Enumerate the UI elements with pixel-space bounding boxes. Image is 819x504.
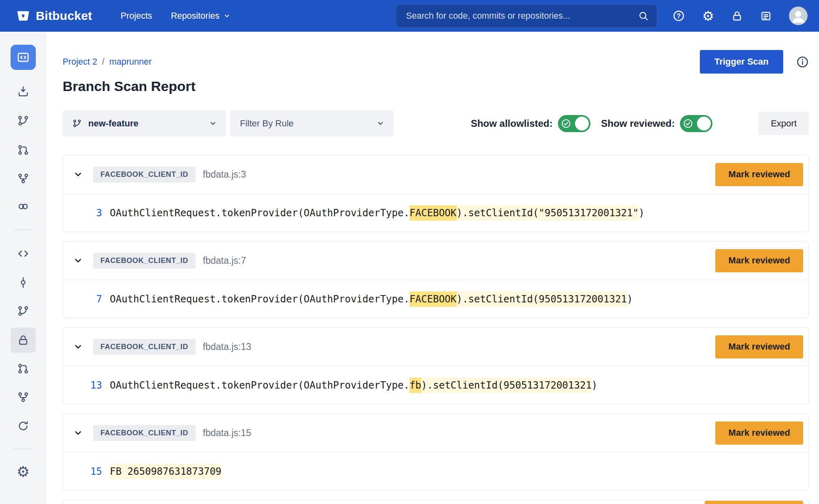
branch-selector-dropdown[interactable]: new-feature bbox=[63, 110, 226, 137]
search-input[interactable] bbox=[406, 11, 638, 21]
main-content: Project 2 / maprunner Trigger Scan Branc… bbox=[46, 32, 819, 504]
sidebar-item-source[interactable] bbox=[14, 245, 32, 263]
rule-badge: FACEBOOK_CLIENT_ID bbox=[93, 339, 196, 355]
finding-location: fbdata.js:3 bbox=[203, 169, 246, 180]
sidebar-item-pull-requests[interactable] bbox=[14, 360, 32, 378]
rule-badge: FACEBOOK_CLIENT_ID bbox=[93, 167, 196, 182]
sidebar-item-create-pull-request[interactable] bbox=[14, 141, 32, 159]
code-text: OAuthClientRequest.tokenProvider(OAuthPr… bbox=[110, 380, 597, 391]
toggle-group: Show allowlisted: Show reviewed: bbox=[471, 115, 713, 132]
sidebar-divider bbox=[14, 449, 33, 449]
deployments-icon bbox=[17, 391, 29, 403]
global-search[interactable] bbox=[396, 4, 657, 28]
help-icon[interactable]: ? bbox=[673, 10, 685, 22]
collapse-chevron-icon[interactable] bbox=[73, 169, 83, 180]
sidebar-item-security-scan[interactable] bbox=[11, 328, 36, 353]
finding-header: FACEBOOK_CLIENT_ID fbdata.js:13 Mark rev… bbox=[63, 328, 808, 366]
code-line-row: 13 OAuthClientRequest.tokenProvider(OAut… bbox=[63, 366, 808, 404]
toggle-knob bbox=[697, 117, 711, 130]
fork-icon bbox=[17, 172, 29, 185]
toggle-knob bbox=[575, 117, 589, 130]
code-text: OAuthClientRequest.tokenProvider(OAuthPr… bbox=[110, 293, 633, 305]
sidebar-item-clone[interactable] bbox=[14, 83, 32, 100]
show-allowlisted-label: Show allowlisted: bbox=[471, 118, 553, 129]
collapse-chevron-icon[interactable] bbox=[73, 341, 83, 352]
mark-reviewed-button[interactable]: Mark reviewed bbox=[715, 335, 803, 358]
page-header: Project 2 / maprunner Trigger Scan bbox=[63, 50, 809, 74]
mark-reviewed-button[interactable] bbox=[705, 501, 803, 504]
sidebar: ⚙ bbox=[0, 32, 46, 504]
nav-item-repositories[interactable]: Repositories bbox=[171, 11, 231, 21]
finding-header: FACEBOOK_CLIENT_ID fbdata.js:7 Mark revi… bbox=[63, 241, 808, 280]
sidebar-item-compare[interactable] bbox=[14, 169, 32, 187]
finding-header: FACEBOOK_CLIENT_ID fbdata.js:15 Mark rev… bbox=[63, 414, 808, 452]
pull-request-icon bbox=[17, 144, 29, 156]
changelog-icon[interactable] bbox=[760, 10, 772, 22]
code-line-row: 7 OAuthClientRequest.tokenProvider(OAuth… bbox=[63, 280, 808, 318]
code-text: OAuthClientRequest.tokenProvider(OAuthPr… bbox=[110, 207, 645, 219]
pipelines-icon bbox=[17, 200, 29, 213]
repository-avatar[interactable] bbox=[11, 45, 36, 70]
trigger-scan-button[interactable]: Trigger Scan bbox=[700, 50, 783, 74]
export-button[interactable]: Export bbox=[758, 112, 809, 135]
info-icon[interactable] bbox=[796, 56, 809, 68]
sidebar-item-builds[interactable] bbox=[14, 417, 32, 435]
nav-item-label: Repositories bbox=[171, 11, 220, 21]
collapse-chevron-icon[interactable] bbox=[73, 255, 83, 266]
rule-filter-dropdown[interactable]: Filter By Rule bbox=[230, 110, 394, 137]
code-line-row: 15 FB 2650987631873709 bbox=[63, 452, 808, 490]
nav-item-projects[interactable]: Projects bbox=[121, 11, 152, 21]
finding-location: fbdata.js:13 bbox=[203, 341, 251, 352]
breadcrumb-separator: / bbox=[102, 57, 105, 67]
commits-icon bbox=[17, 276, 29, 289]
show-reviewed-label: Show reviewed: bbox=[601, 118, 675, 129]
check-icon bbox=[683, 119, 693, 128]
admin-lock-icon[interactable] bbox=[731, 10, 743, 22]
line-number: 7 bbox=[63, 293, 102, 305]
breadcrumb-project-link[interactable]: Project 2 bbox=[63, 57, 97, 67]
sidebar-item-deployments[interactable] bbox=[14, 388, 32, 406]
code-line-row: 3 OAuthClientRequest.tokenProvider(OAuth… bbox=[63, 193, 808, 232]
finding-card: FACEBOOK_CLIENT_ID fbdata.js:13 Mark rev… bbox=[63, 327, 809, 404]
mark-reviewed-button[interactable]: Mark reviewed bbox=[715, 163, 803, 186]
branch-icon bbox=[72, 119, 82, 128]
branch-icon bbox=[17, 115, 29, 127]
pull-request-icon bbox=[17, 363, 29, 375]
mark-reviewed-button[interactable]: Mark reviewed bbox=[715, 421, 803, 445]
clone-icon bbox=[17, 85, 29, 98]
chevron-down-icon bbox=[376, 119, 385, 128]
show-reviewed-toggle[interactable] bbox=[680, 115, 712, 132]
check-icon bbox=[561, 119, 571, 128]
mark-reviewed-button[interactable]: Mark reviewed bbox=[715, 249, 803, 272]
avatar[interactable] bbox=[789, 7, 808, 25]
show-allowlisted-toggle[interactable] bbox=[558, 115, 590, 132]
findings-section: FACEBOOK_CLIENT_ID fbdata.js:3 Mark revi… bbox=[63, 155, 809, 504]
settings-gear-icon[interactable]: ⚙ bbox=[702, 9, 714, 23]
finding-card: FACEBOOK_CLIENT_ID fbdata.js:7 Mark revi… bbox=[63, 241, 809, 318]
line-number: 3 bbox=[63, 207, 102, 219]
user-avatar-icon bbox=[789, 7, 808, 25]
sidebar-divider bbox=[14, 230, 33, 230]
chevron-down-icon bbox=[209, 119, 217, 128]
bitbucket-bucket-icon bbox=[16, 9, 30, 23]
sync-icon bbox=[17, 420, 29, 432]
collapse-chevron-icon[interactable] bbox=[73, 428, 83, 438]
finding-card: FACEBOOK_CLIENT_ID fbdata.js:3 Mark revi… bbox=[63, 155, 809, 232]
branch-selector-value: new-feature bbox=[88, 118, 138, 129]
nav-icon-group: ? ⚙ bbox=[673, 7, 808, 25]
sidebar-item-create-branch[interactable] bbox=[14, 112, 32, 130]
bitbucket-logo[interactable]: Bitbucket bbox=[16, 9, 92, 23]
sidebar-item-commits[interactable] bbox=[14, 274, 32, 291]
search-icon[interactable] bbox=[638, 11, 649, 21]
line-number: 15 bbox=[63, 466, 102, 477]
breadcrumb-repo-link[interactable]: maprunner bbox=[109, 57, 152, 67]
sidebar-item-settings[interactable]: ⚙ bbox=[14, 463, 32, 481]
sidebar-item-pipelines[interactable] bbox=[14, 198, 32, 215]
finding-header bbox=[63, 500, 808, 504]
branches-icon bbox=[17, 305, 29, 317]
nav-menu: Projects Repositories bbox=[121, 11, 231, 21]
top-navigation: Bitbucket Projects Repositories ? ⚙ bbox=[0, 0, 819, 32]
sidebar-item-branches[interactable] bbox=[14, 302, 32, 320]
finding-location: fbdata.js:7 bbox=[203, 255, 246, 266]
rule-badge: FACEBOOK_CLIENT_ID bbox=[93, 425, 196, 441]
